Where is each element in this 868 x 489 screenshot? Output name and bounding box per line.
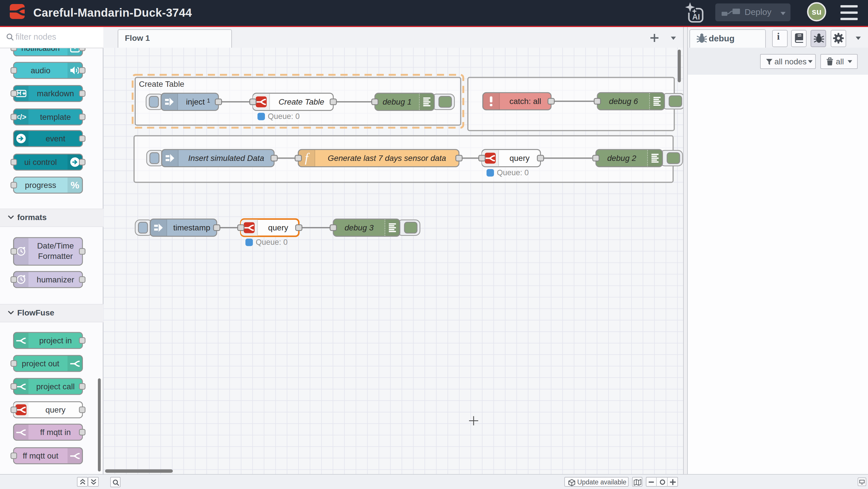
svg-text:debug 2: debug 2: [607, 154, 637, 163]
svg-text:Queue: 0: Queue: 0: [268, 112, 300, 121]
svg-text:humanizer: humanizer: [37, 275, 74, 284]
svg-text:ff mqtt out: ff mqtt out: [23, 451, 58, 460]
svg-text:debug 6: debug 6: [609, 97, 638, 106]
svg-text:Queue: 0: Queue: 0: [256, 238, 288, 247]
svg-text:progress: progress: [25, 180, 56, 189]
svg-text:AI: AI: [692, 12, 700, 21]
svg-text:%: %: [71, 179, 79, 190]
svg-text:catch: all: catch: all: [509, 97, 541, 106]
svg-text:markdown: markdown: [37, 89, 74, 98]
svg-text:Generate last 7 days sensor da: Generate last 7 days sensor data: [328, 154, 446, 163]
svg-text:event: event: [45, 134, 65, 143]
svg-text:query: query: [45, 405, 65, 414]
svg-text:Date/Time: Date/Time: [37, 241, 74, 250]
svg-text:timestamp: timestamp: [173, 223, 210, 232]
svg-text:inject 1: inject 1: [186, 97, 210, 106]
svg-text:ui control: ui control: [24, 157, 57, 166]
svg-text:query: query: [509, 154, 530, 163]
svg-text:audio: audio: [31, 66, 51, 75]
svg-text:query: query: [268, 223, 288, 232]
svg-text:Queue: 0: Queue: 0: [497, 168, 529, 177]
svg-text:debug 1: debug 1: [383, 97, 412, 106]
svg-text:ff mqtt in: ff mqtt in: [40, 428, 71, 436]
svg-text:su: su: [812, 7, 822, 17]
svg-text:Formatter: Formatter: [38, 251, 73, 260]
svg-text:project out: project out: [22, 359, 59, 368]
svg-text:project call: project call: [36, 382, 74, 391]
svg-text:Insert simulated Data: Insert simulated Data: [188, 154, 264, 163]
svg-text:debug 3: debug 3: [344, 223, 374, 232]
svg-text:project in: project in: [39, 336, 72, 345]
svg-text:</>: </>: [16, 112, 26, 121]
svg-text:notification: notification: [21, 48, 60, 52]
svg-text:Create Table: Create Table: [139, 80, 184, 88]
svg-text:template: template: [40, 112, 71, 121]
svg-text:Create Table: Create Table: [278, 97, 324, 106]
